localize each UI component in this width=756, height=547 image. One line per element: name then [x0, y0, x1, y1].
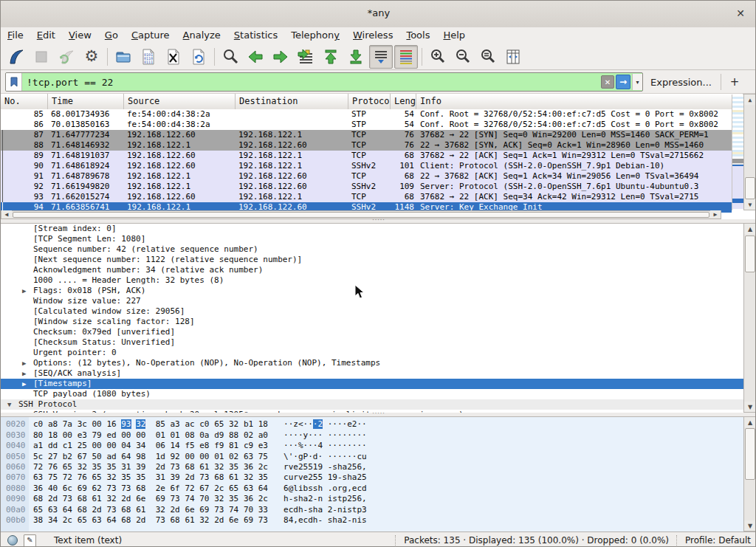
expand-icon[interactable]: ▶	[22, 368, 26, 379]
add-filter-button[interactable]: +	[727, 75, 742, 89]
detail-line-2[interactable]: Sequence number: 42 (relative sequence n…	[1, 244, 743, 255]
detail-line-4[interactable]: Acknowledgment number: 34 (relative ack …	[1, 265, 743, 275]
detail-line-5[interactable]: 1000 .... = Header Length: 32 bytes (8)	[1, 275, 743, 286]
detail-line-15[interactable]: ▶[Timestamps]	[1, 379, 743, 389]
menu-help[interactable]: Help	[436, 27, 472, 44]
scroll-down-icon[interactable]: ▼	[744, 520, 756, 531]
hex-row-0020[interactable]: 0020c0 a8 7a 3c 00 16 93 32 85 a3 ac c0 …	[1, 419, 743, 430]
menu-statistics[interactable]: Statistics	[227, 27, 284, 44]
details-vscrollbar[interactable]: ▲ ▼	[743, 223, 756, 413]
capture-options-button[interactable]: ⚙	[80, 45, 103, 69]
column-header-info[interactable]: Info	[416, 94, 743, 109]
scroll-thumb[interactable]	[745, 177, 755, 199]
packet-row-89[interactable]: 8971.648191037192.168.122.60192.168.122.…	[1, 151, 732, 161]
go-to-packet-button[interactable]	[294, 45, 317, 69]
auto-scroll-button[interactable]	[369, 45, 393, 69]
collapse-icon[interactable]: ▼	[7, 399, 11, 410]
packet-row-88[interactable]: 8871.648146932192.168.122.1192.168.122.6…	[1, 140, 732, 151]
stop-capture-button[interactable]	[30, 45, 53, 69]
open-file-button[interactable]	[111, 45, 135, 69]
scroll-left-icon[interactable]: ◀	[1, 210, 12, 218]
filter-apply-icon[interactable]: →	[616, 75, 630, 89]
expand-icon[interactable]: ▶	[22, 379, 26, 389]
column-header-no[interactable]: No.	[1, 94, 48, 109]
scroll-up-icon[interactable]: ▲	[744, 224, 756, 234]
expression-button[interactable]: Expression...	[650, 77, 712, 88]
hex-rows[interactable]: 0020c0 a8 7a 3c 00 16 93 32 85 a3 ac c0 …	[1, 417, 743, 526]
save-file-button[interactable]: 010101100111	[137, 45, 160, 69]
restart-capture-button[interactable]	[55, 45, 78, 69]
packet-row-86[interactable]: 8670.013850163fe:54:00:d4:38:2aSTP54Conf…	[1, 120, 732, 130]
scroll-right-icon[interactable]: ▶	[710, 210, 721, 218]
detail-line-9[interactable]: [Window size scaling factor: 128]	[1, 317, 743, 327]
menu-edit[interactable]: Edit	[30, 27, 62, 44]
menu-wireless[interactable]: Wireless	[346, 27, 399, 44]
display-filter-field[interactable]: !tcp.port == 22 ✕ → ▾	[5, 72, 643, 92]
scroll-down-icon[interactable]: ▼	[744, 199, 756, 210]
packet-row-87[interactable]: 8771.647777234192.168.122.60192.168.122.…	[1, 130, 732, 140]
packet-row-93[interactable]: 9371.662015274192.168.122.60192.168.122.…	[1, 192, 732, 202]
column-header-length[interactable]: Length	[391, 94, 416, 109]
hex-row-0040[interactable]: 0040a1 dd c1 25 00 00 04 34 06 14 f5 e8 …	[1, 441, 743, 451]
hex-row-0070[interactable]: 007063 75 72 76 65 32 35 35 31 39 2d 73 …	[1, 472, 743, 483]
go-forward-button[interactable]	[269, 45, 292, 69]
colorize-button[interactable]	[394, 45, 418, 69]
detail-line-11[interactable]: [Checksum Status: Unverified]	[1, 337, 743, 348]
hex-row-0090[interactable]: 009068 2d 73 68 61 32 2d 6e 69 73 74 70 …	[1, 494, 743, 504]
column-header-time[interactable]: Time	[48, 94, 124, 109]
hex-row-00b0[interactable]: 00b038 34 2c 65 63 64 68 2d 73 68 61 32 …	[1, 515, 743, 526]
packet-row-85[interactable]: 8568.001734936fe:54:00:d4:38:2aSTP54Conf…	[1, 109, 732, 120]
scroll-thumb[interactable]	[745, 428, 755, 480]
packet-row-90[interactable]: 9071.648618924192.168.122.60192.168.122.…	[1, 161, 732, 171]
go-back-button[interactable]	[244, 45, 267, 69]
filter-dropdown-icon[interactable]: ▾	[632, 74, 642, 90]
packet-list-vscrollbar[interactable]: ▲ ▼	[743, 94, 756, 210]
menu-analyze[interactable]: Analyze	[176, 27, 227, 44]
detail-line-16[interactable]: TCP payload (1080 bytes)	[1, 389, 743, 399]
expand-icon[interactable]: ▶	[22, 358, 26, 368]
capture-comment-icon[interactable]: ✎	[24, 534, 36, 547]
packet-list-header[interactable]: No.TimeSourceDestinationProtocolLengthIn…	[1, 94, 743, 110]
detail-line-1[interactable]: [TCP Segment Len: 1080]	[1, 234, 743, 244]
hex-row-0060[interactable]: 006072 76 65 32 35 35 31 39 2d 73 68 61 …	[1, 462, 743, 472]
expand-icon[interactable]: ▶	[22, 286, 26, 296]
packet-list-minimap[interactable]	[732, 94, 744, 210]
menu-file[interactable]: File	[1, 27, 30, 44]
zoom-reset-button[interactable]	[476, 45, 500, 69]
zoom-in-button[interactable]	[426, 45, 450, 69]
hex-row-0030[interactable]: 003080 18 00 e3 79 ed 00 00 01 01 08 0a …	[1, 430, 743, 441]
detail-line-8[interactable]: [Calculated window size: 29056]	[1, 306, 743, 317]
hex-row-00a0[interactable]: 00a065 63 64 68 2d 73 68 61 32 2d 6e 69 …	[1, 505, 743, 515]
detail-line-0[interactable]: [Stream index: 0]	[1, 224, 743, 234]
reload-file-button[interactable]	[187, 45, 210, 69]
menu-tools[interactable]: Tools	[399, 27, 436, 44]
status-profile[interactable]: Profile: Default	[685, 535, 751, 546]
menu-capture[interactable]: Capture	[125, 27, 176, 44]
close-file-button[interactable]	[162, 45, 185, 69]
detail-line-12[interactable]: Urgent pointer: 0	[1, 348, 743, 358]
resize-columns-button[interactable]	[501, 45, 525, 69]
scroll-up-icon[interactable]: ▲	[744, 94, 756, 105]
column-header-source[interactable]: Source	[124, 94, 236, 109]
filter-bookmark-button[interactable]	[6, 73, 22, 91]
detail-line-17[interactable]: ▼SSH Protocol	[1, 399, 743, 410]
hex-vscrollbar[interactable]: ▲ ▼	[743, 416, 756, 531]
packet-row-92[interactable]: 9271.661949820192.168.122.1192.168.122.6…	[1, 182, 732, 192]
hex-row-0050[interactable]: 00505c 27 b2 67 50 ad 64 98 1d 92 00 00 …	[1, 452, 743, 462]
detail-line-14[interactable]: ▶[SEQ/ACK analysis]	[1, 368, 743, 379]
start-capture-button[interactable]	[4, 45, 28, 69]
detail-line-13[interactable]: ▶Options: (12 bytes), No-Operation (NOP)…	[1, 358, 743, 368]
scroll-thumb[interactable]	[13, 212, 709, 218]
filter-clear-icon[interactable]: ✕	[601, 75, 614, 89]
find-packet-button[interactable]	[219, 45, 242, 69]
packet-row-91[interactable]: 9171.648789678192.168.122.1192.168.122.6…	[1, 171, 732, 182]
column-header-protocol[interactable]: Protocol	[348, 94, 391, 109]
menu-telephony[interactable]: Telephony	[284, 27, 346, 44]
menu-go[interactable]: Go	[98, 27, 125, 44]
detail-line-10[interactable]: Checksum: 0x79ed [unverified]	[1, 327, 743, 337]
menu-view[interactable]: View	[62, 27, 98, 44]
detail-line-3[interactable]: [Next sequence number: 1122 (relative se…	[1, 255, 743, 265]
detail-line-7[interactable]: Window size value: 227	[1, 296, 743, 306]
go-to-top-button[interactable]	[319, 45, 343, 69]
detail-line-6[interactable]: ▶Flags: 0x018 (PSH, ACK)	[1, 286, 743, 296]
